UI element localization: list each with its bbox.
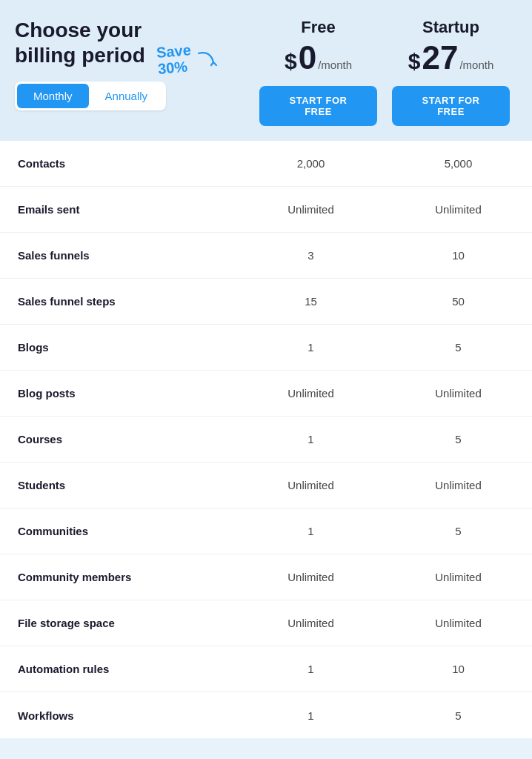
free-value-cell: 1 [237, 331, 385, 364]
monthly-toggle-button[interactable]: Monthly [17, 84, 89, 108]
startup-plan-col: Startup $ 27 /month START FOR FREE [385, 18, 517, 126]
feature-label: Blog posts [0, 377, 237, 410]
feature-label: Community members [0, 560, 237, 594]
table-row: Automation rules 1 10 [0, 646, 532, 692]
feature-label: File storage space [0, 606, 237, 640]
feature-label: Courses [0, 422, 237, 456]
startup-value-cell: 5 [385, 514, 532, 548]
free-value-cell: 2,000 [237, 147, 385, 180]
free-value-cell: Unlimited [237, 468, 385, 502]
startup-dollar-sign: $ [408, 49, 421, 74]
feature-label: Blogs [0, 331, 237, 364]
free-price-number: 0 [299, 42, 316, 74]
free-dollar-sign: $ [285, 49, 297, 74]
feature-label: Students [0, 468, 237, 502]
free-plan-col: Free $ 0 /month START FOR FREE [252, 18, 385, 126]
save-arrow-icon [196, 49, 218, 71]
free-plan-name: Free [301, 18, 335, 37]
table-row: Emails sent Unlimited Unlimited [0, 187, 532, 233]
startup-value-cell: Unlimited [385, 193, 532, 226]
save-badge: Save30% [156, 42, 193, 77]
free-plan-price-row: $ 0 /month [285, 42, 352, 74]
startup-value-cell: 10 [385, 652, 532, 686]
table-row: File storage space Unlimited Unlimited [0, 600, 532, 646]
startup-value-cell: Unlimited [385, 560, 532, 594]
startup-cta-button[interactable]: START FOR FREE [392, 86, 510, 126]
table-row: Community members Unlimited Unlimited [0, 554, 532, 600]
table-row: Workflows 1 5 [0, 692, 532, 738]
startup-value-cell: Unlimited [385, 377, 532, 410]
feature-label: Communities [0, 514, 237, 548]
startup-price-number: 27 [422, 42, 458, 74]
billing-title: Choose your billing period Save30% [15, 18, 245, 76]
free-value-cell: Unlimited [237, 606, 385, 640]
comparison-table: Contacts 2,000 5,000 Emails sent Unlimit… [0, 141, 532, 738]
free-per-month: /month [318, 59, 352, 71]
free-value-cell: 3 [237, 239, 385, 272]
table-row: Students Unlimited Unlimited [0, 463, 532, 508]
table-row: Sales funnel steps 15 50 [0, 279, 532, 325]
startup-plan-name: Startup [422, 18, 479, 37]
startup-value-cell: 5 [385, 699, 532, 732]
title-line2: billing period [15, 44, 145, 67]
free-value-cell: Unlimited [237, 560, 385, 594]
free-value-cell: 15 [237, 285, 385, 318]
free-value-cell: Unlimited [237, 193, 385, 226]
table-row: Courses 1 5 [0, 417, 532, 463]
page-wrapper: Choose your billing period Save30% Month… [0, 0, 532, 738]
billing-title-area: Choose your billing period Save30% Month… [15, 18, 252, 110]
startup-value-cell: 5,000 [385, 147, 532, 180]
table-row: Blog posts Unlimited Unlimited [0, 371, 532, 417]
free-value-cell: 1 [237, 699, 385, 732]
feature-label: Workflows [0, 699, 237, 732]
free-value-cell: Unlimited [237, 377, 385, 410]
feature-label: Sales funnels [0, 239, 237, 272]
header-section: Choose your billing period Save30% Month… [0, 0, 532, 141]
startup-value-cell: Unlimited [385, 468, 532, 502]
feature-label: Sales funnel steps [0, 285, 237, 318]
table-row: Blogs 1 5 [0, 325, 532, 371]
plan-columns: Free $ 0 /month START FOR FREE Startup $… [252, 18, 517, 126]
free-value-cell: 1 [237, 514, 385, 548]
startup-per-month: /month [459, 59, 493, 71]
feature-label: Automation rules [0, 652, 237, 686]
startup-value-cell: 10 [385, 239, 532, 272]
startup-value-cell: Unlimited [385, 606, 532, 640]
feature-label: Emails sent [0, 193, 237, 226]
startup-value-cell: 5 [385, 331, 532, 364]
startup-plan-price-row: $ 27 /month [408, 42, 494, 74]
annually-toggle-button[interactable]: Annually [89, 84, 164, 108]
table-row: Sales funnels 3 10 [0, 233, 532, 279]
startup-value-cell: 50 [385, 285, 532, 318]
free-cta-button[interactable]: START FOR FREE [259, 86, 377, 126]
free-value-cell: 1 [237, 422, 385, 456]
feature-label: Contacts [0, 147, 237, 180]
table-row: Contacts 2,000 5,000 [0, 141, 532, 187]
title-line1: Choose your [15, 19, 142, 42]
startup-value-cell: 5 [385, 422, 532, 456]
table-row: Communities 1 5 [0, 508, 532, 554]
billing-toggle: Monthly Annually [15, 82, 166, 110]
free-value-cell: 1 [237, 652, 385, 686]
